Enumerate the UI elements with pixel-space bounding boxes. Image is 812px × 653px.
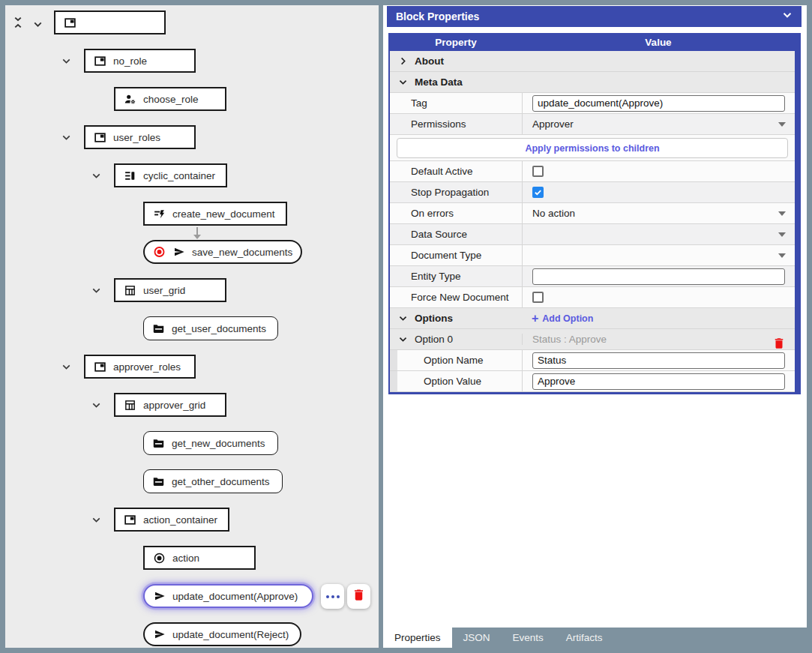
chevron-down-icon[interactable]	[59, 54, 73, 67]
tree-node-label: user_roles	[113, 132, 160, 143]
block-properties-header[interactable]: Block Properties	[387, 6, 802, 27]
tree-node-label: create_new_document	[172, 208, 275, 220]
node-delete-button[interactable]	[347, 584, 370, 609]
on-errors-select[interactable]: No action	[522, 203, 795, 223]
flow-canvas[interactable]: no_role choose_role user_roles cyclic_co…	[5, 5, 379, 648]
property-label: Stop Propagation	[390, 182, 522, 202]
tree-node-label: action	[172, 553, 199, 564]
property-row-default-active: Default Active	[390, 161, 795, 182]
collapse-all-button[interactable]	[10, 16, 25, 31]
force-new-document-checkbox[interactable]	[532, 292, 544, 303]
properties-table: Property Value About Meta Data	[388, 33, 801, 394]
tree-node-user-roles[interactable]: user_roles	[84, 125, 196, 149]
option-name-input[interactable]	[532, 352, 785, 369]
add-option-button[interactable]: + Add Option	[532, 313, 593, 325]
tree-node-update-document-reject[interactable]: update_document(Reject)	[143, 622, 301, 646]
tree-node-label: save_new_documents	[192, 247, 292, 258]
expand-root-button[interactable]	[30, 18, 45, 33]
stop-propagation-checkbox[interactable]	[532, 187, 544, 198]
chevron-right-icon[interactable]	[397, 55, 409, 67]
playlist-bolt-icon	[153, 208, 166, 220]
tree-node-get-user-documents[interactable]: get_user_documents	[143, 316, 278, 340]
chevron-down-icon[interactable]	[59, 130, 73, 144]
entity-type-input[interactable]	[532, 268, 785, 285]
node-more-options-button[interactable]	[321, 584, 344, 609]
property-row-tag: Tag	[390, 93, 795, 114]
tree-node-label: get_new_documents	[172, 438, 265, 449]
property-row-entity-type: Entity Type	[390, 266, 795, 287]
chevron-down-icon[interactable]	[89, 169, 103, 182]
chevron-down-icon[interactable]	[59, 360, 73, 373]
tab-properties[interactable]: Properties	[383, 628, 452, 648]
tab-events[interactable]: Events	[502, 628, 555, 648]
section-label: Options	[415, 313, 453, 324]
section-label: Meta Data	[415, 76, 463, 88]
section-row-options[interactable]: Options + Add Option	[390, 308, 795, 329]
app-window: no_role choose_role user_roles cyclic_co…	[0, 0, 812, 653]
send-icon	[153, 628, 166, 641]
tree-node-approver-grid[interactable]: approver_grid	[114, 393, 226, 417]
tab-json[interactable]: JSON	[452, 628, 502, 648]
grid-icon	[124, 399, 136, 412]
tree-node-action-container[interactable]: action_container	[114, 508, 229, 532]
chevron-down-icon[interactable]	[89, 513, 103, 526]
tree-node-choose-role[interactable]: choose_role	[114, 87, 226, 111]
table-header-row: Property Value	[390, 33, 795, 51]
tree-node-root[interactable]	[54, 10, 166, 34]
dropdown-caret-icon	[778, 211, 786, 216]
chevron-down-icon[interactable]	[781, 8, 794, 25]
section-row-option-0[interactable]: Option 0 Status : Approve	[390, 329, 795, 350]
grid-icon	[124, 284, 136, 297]
unfold-less-icon	[11, 16, 25, 32]
chevron-down-icon[interactable]	[397, 313, 409, 325]
document-type-select[interactable]	[522, 245, 795, 265]
section-row-meta-data[interactable]: Meta Data	[390, 72, 795, 93]
tree-node-label: choose_role	[143, 94, 199, 105]
record-icon	[153, 246, 166, 259]
property-label: Tag	[390, 93, 522, 113]
default-active-checkbox[interactable]	[532, 166, 544, 177]
chevron-down-icon[interactable]	[397, 76, 409, 88]
tree-node-get-new-documents[interactable]: get_new_documents	[143, 431, 278, 455]
property-row-permissions: Permissions Approver	[390, 114, 795, 135]
chevron-down-icon[interactable]	[397, 334, 409, 346]
property-label: Option Value	[390, 371, 522, 391]
dropdown-caret-icon	[778, 253, 786, 258]
permissions-select[interactable]: Approver	[522, 114, 795, 134]
flow-connector-arrow	[193, 227, 202, 239]
folder-icon	[152, 437, 165, 450]
tree-node-approver-roles[interactable]: approver_roles	[84, 355, 196, 379]
chevron-down-icon[interactable]	[89, 398, 103, 412]
property-label: Entity Type	[390, 266, 522, 286]
tree-node-no-role[interactable]: no_role	[84, 49, 196, 73]
apply-permissions-button[interactable]: Apply permissions to children	[397, 138, 788, 158]
send-icon	[172, 246, 185, 259]
property-label: Data Source	[390, 224, 522, 244]
indent-gutter	[390, 371, 397, 391]
radio-checked-icon	[153, 552, 166, 565]
data-source-select[interactable]	[522, 224, 795, 244]
property-row-option-name: Option Name	[390, 350, 795, 371]
tree-node-label: get_user_documents	[172, 323, 266, 334]
option-summary-value: Status : Approve	[532, 334, 607, 345]
option-value-input[interactable]	[532, 373, 785, 390]
ellipsis-icon	[326, 595, 340, 598]
tree-node-label: approver_roles	[113, 361, 181, 373]
tree-node-cyclic-container[interactable]: cyclic_container	[114, 163, 227, 187]
section-row-about[interactable]: About	[390, 51, 795, 72]
selected-value: No action	[532, 208, 575, 219]
tree-node-action[interactable]: action	[143, 546, 256, 570]
property-label: Permissions	[390, 114, 522, 134]
tree-node-create-new-document[interactable]: create_new_document	[143, 202, 287, 226]
dropdown-caret-icon	[778, 122, 786, 127]
tag-input[interactable]	[532, 95, 785, 112]
tree-node-get-other-documents[interactable]: get_other_documents	[143, 469, 283, 493]
tree-node-update-document-approve[interactable]: update_document(Approve)	[143, 584, 313, 608]
manage-accounts-icon	[124, 93, 136, 106]
apply-permissions-row: Apply permissions to children	[390, 135, 795, 161]
tree-node-user-grid[interactable]: user_grid	[114, 278, 226, 302]
tab-artifacts[interactable]: Artifacts	[555, 628, 614, 648]
tree-node-save-new-documents[interactable]: save_new_documents	[143, 240, 302, 264]
chevron-down-icon[interactable]	[89, 283, 103, 297]
property-label: Option Name	[390, 350, 522, 370]
